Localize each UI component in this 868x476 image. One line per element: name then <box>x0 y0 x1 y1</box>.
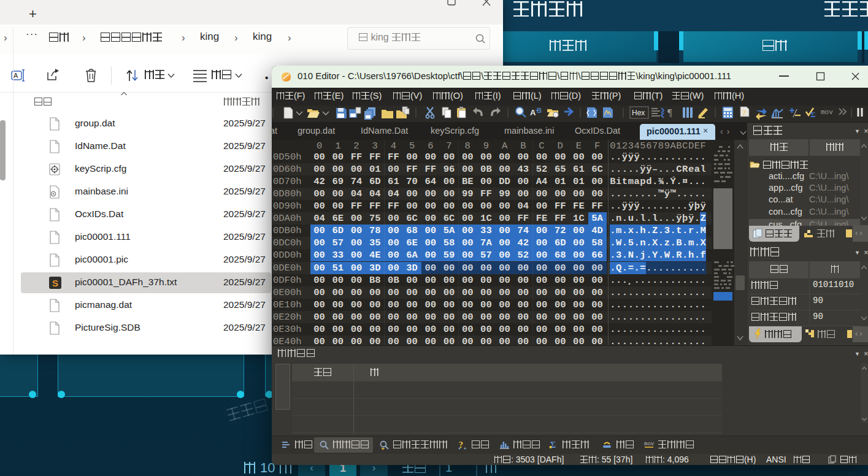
svg-text:A: A <box>13 72 18 79</box>
svg-text:mov: mov <box>644 441 655 447</box>
svg-text:¶: ¶ <box>667 107 672 118</box>
svg-text:?: ? <box>742 108 747 117</box>
svg-text:A: A <box>530 108 536 117</box>
svg-text:Hex: Hex <box>632 109 645 117</box>
svg-text:mov: mov <box>821 109 833 116</box>
svg-text:Σ: Σ <box>810 110 816 119</box>
